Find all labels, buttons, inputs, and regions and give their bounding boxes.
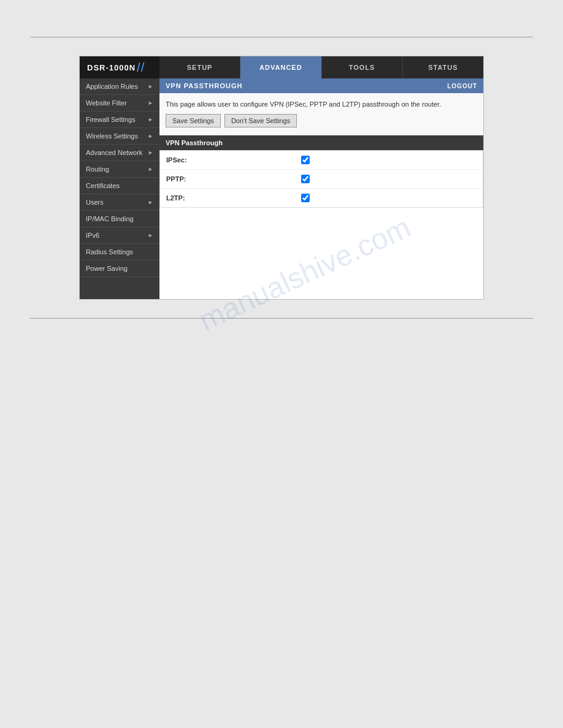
sidebar-item-routing[interactable]: Routing ► (80, 161, 159, 178)
save-settings-button[interactable]: Save Settings (166, 114, 221, 127)
page-wrapper: DSR-1000N // SETUP ADVANCED TOOLS STATUS… (0, 0, 563, 728)
sidebar-item-website-filter[interactable]: Website Filter ► (80, 95, 159, 112)
top-divider (30, 37, 533, 37)
sidebar-arrow-website-filter: ► (148, 100, 153, 106)
sidebar-arrow-ipv6: ► (148, 232, 153, 238)
brand-name: DSR-1000N (87, 63, 136, 72)
sidebar-arrow-advanced-network: ► (148, 150, 153, 156)
tab-setup[interactable]: SETUP (159, 56, 240, 78)
logout-button[interactable]: LOGOUT (447, 83, 477, 89)
sidebar-label-ipv6: IPv6 (86, 232, 99, 239)
vpn-checkbox-ipsec[interactable] (301, 156, 310, 164)
vpn-checkbox-l2tp[interactable] (301, 194, 310, 202)
vpn-section-title: VPN Passthrough (159, 135, 483, 150)
button-row: Save Settings Don't Save Settings (166, 114, 477, 127)
sidebar-item-firewall-settings[interactable]: Firewall Settings ► (80, 112, 159, 128)
tab-advanced[interactable]: ADVANCED (240, 56, 321, 78)
page-title: VPN PASSTHROUGH (166, 82, 242, 89)
sidebar-label-advanced-network: Advanced Network (86, 149, 142, 156)
vpn-label-l2tp: L2TP: (166, 194, 301, 202)
brand: DSR-1000N // (80, 56, 159, 78)
vpn-row-l2tp: L2TP: (160, 189, 483, 207)
sidebar-item-wireless-settings[interactable]: Wireless Settings ► (80, 128, 159, 145)
sidebar-item-ip-mac-binding[interactable]: IP/MAC Binding (80, 211, 159, 227)
sidebar-item-certificates[interactable]: Certificates (80, 178, 159, 194)
sidebar-item-radius-settings[interactable]: Radius Settings (80, 244, 159, 260)
sidebar-label-application-rules: Application Rules (86, 83, 138, 90)
sidebar-arrow-wireless-settings: ► (148, 133, 153, 139)
sidebar-item-power-saving[interactable]: Power Saving (80, 260, 159, 277)
main-area: Application Rules ► Website Filter ► Fir… (80, 78, 483, 299)
sidebar-item-application-rules[interactable]: Application Rules ► (80, 78, 159, 95)
sidebar-arrow-users: ► (148, 199, 153, 205)
dont-save-settings-button[interactable]: Don't Save Settings (224, 114, 297, 127)
sidebar-label-routing: Routing (86, 165, 109, 173)
sidebar-arrow-application-rules: ► (148, 83, 153, 89)
sidebar-arrow-firewall-settings: ► (148, 116, 153, 123)
sidebar-label-users: Users (86, 199, 104, 206)
tab-status[interactable]: STATUS (403, 56, 483, 78)
bottom-divider (30, 318, 533, 319)
sidebar: Application Rules ► Website Filter ► Fir… (80, 78, 159, 299)
sidebar-label-ip-mac-binding: IP/MAC Binding (86, 215, 134, 222)
sidebar-label-power-saving: Power Saving (86, 265, 128, 272)
sidebar-arrow-routing: ► (148, 166, 153, 172)
header: DSR-1000N // SETUP ADVANCED TOOLS STATUS (80, 56, 483, 78)
sidebar-label-firewall-settings: Firewall Settings (86, 116, 136, 123)
sidebar-label-website-filter: Website Filter (86, 99, 127, 107)
description-text: This page allows user to configure VPN (… (166, 100, 477, 108)
vpn-passthrough-section: VPN Passthrough IPSec: PPTP: L (159, 135, 483, 208)
content-header-bar: VPN PASSTHROUGH LOGOUT (159, 78, 483, 93)
sidebar-label-wireless-settings: Wireless Settings (86, 132, 138, 140)
info-box: This page allows user to configure VPN (… (159, 93, 483, 135)
content-wrapper: VPN PASSTHROUGH LOGOUT This page allows … (159, 78, 483, 299)
sidebar-item-users[interactable]: Users ► (80, 194, 159, 211)
sidebar-label-certificates: Certificates (86, 182, 120, 189)
nav-tabs: SETUP ADVANCED TOOLS STATUS (159, 56, 483, 78)
vpn-checkbox-pptp[interactable] (301, 175, 310, 183)
sidebar-label-radius-settings: Radius Settings (86, 248, 133, 256)
vpn-label-ipsec: IPSec: (166, 156, 301, 164)
vpn-row-ipsec: IPSec: (160, 151, 483, 170)
vpn-row-pptp: PPTP: (160, 170, 483, 189)
vpn-table-body: IPSec: PPTP: L2TP: (159, 150, 483, 208)
router-ui: DSR-1000N // SETUP ADVANCED TOOLS STATUS… (79, 56, 484, 300)
content: VPN PASSTHROUGH LOGOUT This page allows … (159, 78, 483, 208)
sidebar-item-advanced-network[interactable]: Advanced Network ► (80, 145, 159, 161)
brand-slash: // (137, 61, 145, 75)
vpn-label-pptp: PPTP: (166, 175, 301, 183)
tab-tools[interactable]: TOOLS (322, 56, 403, 78)
sidebar-item-ipv6[interactable]: IPv6 ► (80, 227, 159, 244)
